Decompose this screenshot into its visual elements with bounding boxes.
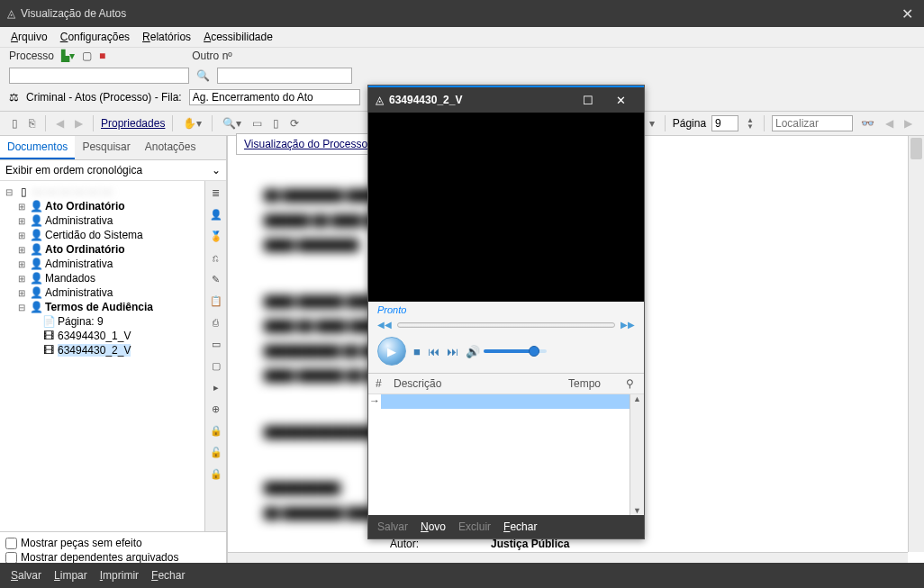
list-row-selected[interactable] bbox=[381, 394, 630, 409]
tree-expand-icon[interactable]: ⊞ bbox=[16, 231, 27, 240]
tree-page[interactable]: Página: 9 bbox=[58, 315, 104, 328]
check-dependentes-box[interactable] bbox=[5, 552, 17, 564]
status-salvar[interactable]: Salvar bbox=[11, 569, 41, 582]
chevron-down-icon[interactable]: ⌄ bbox=[212, 164, 221, 176]
volume-icon[interactable]: 🔊 bbox=[466, 345, 480, 358]
nav-next-icon[interactable]: ▶ bbox=[72, 115, 86, 131]
outro-input[interactable] bbox=[217, 68, 352, 84]
media-fechar[interactable]: Fechar bbox=[503, 520, 537, 533]
rotate-icon[interactable]: ⟳ bbox=[287, 115, 302, 131]
menu-configuracoes[interactable]: Configurações bbox=[60, 31, 130, 43]
hand-icon[interactable]: ✋▾ bbox=[180, 115, 204, 131]
zoom-icon[interactable]: 🔍▾ bbox=[220, 115, 244, 131]
seek-fwd-icon[interactable]: ▶▶ bbox=[621, 320, 635, 330]
lock2-icon[interactable]: 🔒 bbox=[208, 466, 224, 482]
fit-width-icon[interactable]: ▭ bbox=[249, 115, 265, 131]
media-list-header: # Descrição Tempo ⚲ bbox=[368, 374, 644, 394]
tree-expand-icon[interactable]: ⊞ bbox=[16, 202, 27, 212]
tab-documentos[interactable]: Documentos bbox=[0, 136, 75, 159]
video-area[interactable] bbox=[368, 113, 644, 302]
prev-button[interactable]: ⏮ bbox=[428, 345, 439, 358]
filter-icon[interactable]: ⚲ bbox=[622, 377, 637, 390]
status-fechar[interactable]: Fechar bbox=[151, 569, 185, 582]
next-button[interactable]: ⏭ bbox=[447, 345, 458, 358]
pagina-input[interactable] bbox=[711, 115, 738, 131]
tree-item[interactable]: Administrativa bbox=[45, 286, 113, 299]
status-imprimir[interactable]: Imprimir bbox=[100, 569, 139, 582]
col-num: # bbox=[376, 377, 394, 390]
media-novo[interactable]: Novo bbox=[421, 520, 446, 533]
side-btn-1[interactable]: ≣ bbox=[208, 185, 224, 201]
dropdown-icon[interactable]: ▾ bbox=[647, 115, 657, 131]
unlock-icon[interactable]: 🔓 bbox=[208, 444, 224, 460]
nav-prev-icon[interactable]: ◀ bbox=[53, 115, 67, 131]
search-icon[interactable]: 🔍 bbox=[196, 69, 210, 82]
tree-collapse-icon[interactable]: ⊟ bbox=[4, 187, 14, 197]
tree-collapse-icon[interactable]: ⊟ bbox=[16, 303, 27, 312]
menu-relatorios[interactable]: Relatórios bbox=[142, 31, 191, 43]
check-pecas-box[interactable] bbox=[5, 538, 17, 549]
tree-expand-icon[interactable]: ⊞ bbox=[16, 288, 27, 298]
status-limpar[interactable]: Limpar bbox=[54, 569, 87, 582]
menu-arquivo[interactable]: Arquivo bbox=[11, 31, 48, 43]
doc-green-icon[interactable]: ▙▾ bbox=[61, 50, 75, 62]
processo-input[interactable] bbox=[9, 68, 189, 84]
tab-pesquisar[interactable]: Pesquisar bbox=[75, 136, 137, 159]
media-close-button[interactable]: ✕ bbox=[604, 94, 637, 107]
fit-page-icon[interactable]: ▯ bbox=[270, 115, 282, 131]
scroll-up-icon[interactable]: ▲ bbox=[630, 394, 644, 409]
side-btn-2[interactable]: 👤 bbox=[208, 206, 224, 222]
side-btn-10[interactable]: ▸ bbox=[208, 379, 224, 395]
find-prev-icon[interactable]: ◀ bbox=[883, 115, 896, 131]
doc-icon[interactable]: ▢ bbox=[82, 50, 92, 62]
media-maximize-button[interactable]: ☐ bbox=[572, 94, 604, 107]
side-btn-3[interactable]: 🏅 bbox=[208, 228, 224, 244]
tree-item[interactable]: Termos de Audiência bbox=[45, 301, 153, 313]
tool-doc-icon[interactable]: ▯ bbox=[9, 115, 21, 131]
menu-acessibilidade[interactable]: Acessibilidade bbox=[204, 31, 273, 43]
seek-back-icon[interactable]: ◀◀ bbox=[377, 320, 392, 330]
side-btn-8[interactable]: ▭ bbox=[208, 336, 224, 352]
side-btn-9[interactable]: ▢ bbox=[208, 357, 224, 374]
pagina-step-icon[interactable]: ▲▼ bbox=[744, 115, 756, 131]
window-titlebar: ◬ Visualização de Autos ✕ bbox=[0, 0, 924, 27]
find-next-icon[interactable]: ▶ bbox=[901, 115, 915, 131]
tree-expand-icon[interactable]: ⊞ bbox=[16, 259, 27, 269]
list-row[interactable]: → bbox=[368, 394, 644, 409]
tree-expand-icon[interactable]: ⊞ bbox=[16, 216, 27, 226]
play-button[interactable]: ▶ bbox=[377, 337, 406, 366]
tree-item[interactable]: Ato Ordinatório bbox=[45, 243, 125, 256]
side-btn-4[interactable]: ⎌ bbox=[208, 249, 224, 266]
side-btn-5[interactable]: ✎ bbox=[208, 271, 224, 287]
list-scrollbar[interactable]: ▲ ▼ bbox=[630, 394, 644, 520]
tree-item[interactable]: Administrativa bbox=[45, 258, 113, 270]
propriedades-link[interactable]: Propriedades bbox=[101, 117, 165, 130]
side-btn-6[interactable]: 📋 bbox=[208, 293, 224, 309]
tree-file-selected[interactable]: 63494430_2_V bbox=[58, 344, 131, 357]
tree-file[interactable]: 63494430_1_V bbox=[58, 330, 131, 342]
order-select[interactable]: Exibir em ordem cronológica bbox=[5, 164, 212, 176]
side-btn-7[interactable]: ⎙ bbox=[208, 314, 224, 330]
lock-icon[interactable]: 🔒 bbox=[208, 422, 224, 439]
side-btn-11[interactable]: ⊕ bbox=[208, 401, 224, 417]
check-pecas[interactable]: Mostrar peças sem efeito bbox=[5, 536, 221, 550]
vscrollbar[interactable] bbox=[908, 136, 924, 552]
window-close-button[interactable]: ✕ bbox=[898, 5, 917, 23]
tree-item[interactable]: Certidão do Sistema bbox=[45, 229, 143, 241]
tree-expand-icon[interactable]: ⊞ bbox=[16, 274, 27, 284]
volume-slider[interactable] bbox=[484, 349, 547, 353]
tree-item[interactable]: Administrativa bbox=[45, 214, 113, 227]
visualizacao-processo-tab[interactable]: Visualização do Processo bbox=[236, 133, 376, 155]
binoculars-icon[interactable]: 👓 bbox=[858, 115, 877, 131]
tree-item[interactable]: Mandados bbox=[45, 272, 95, 285]
seek-track[interactable] bbox=[397, 322, 615, 328]
localizar-input[interactable] bbox=[772, 115, 853, 131]
tree-item[interactable]: Ato Ordinatório bbox=[45, 200, 125, 213]
tree-root[interactable]: — — — — — — bbox=[32, 185, 113, 198]
doc-red-icon[interactable]: ■ bbox=[99, 50, 105, 62]
stop-button[interactable]: ■ bbox=[413, 345, 421, 358]
tool-copy-icon[interactable]: ⎘ bbox=[26, 115, 38, 131]
tree-expand-icon[interactable]: ⊞ bbox=[16, 245, 27, 255]
fila-input[interactable] bbox=[189, 89, 360, 105]
tab-anotacoes[interactable]: Anotações bbox=[138, 136, 204, 159]
